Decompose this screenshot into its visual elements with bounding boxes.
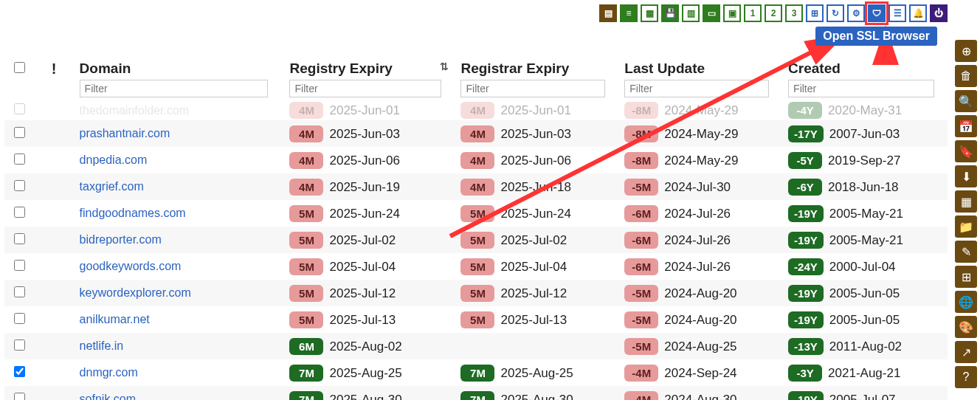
table-row[interactable]: dnpedia.com 4M2025-Jun-064M2025-Jun-06-8… xyxy=(4,147,948,173)
domain-link[interactable]: sofnik.com xyxy=(80,393,136,400)
domain-link[interactable]: taxgrief.com xyxy=(80,180,144,193)
tb-rows[interactable]: ☰ xyxy=(888,4,906,22)
filter-registry[interactable] xyxy=(289,80,441,97)
date-value: 2018-Jun-18 xyxy=(828,180,898,194)
domain-link[interactable]: thedomainfolder.com xyxy=(80,104,190,117)
sb-edit[interactable]: ✎ xyxy=(955,241,977,263)
row-checkbox[interactable] xyxy=(14,207,25,218)
row-checkbox[interactable] xyxy=(14,366,25,377)
tb-card[interactable]: ▭ xyxy=(703,4,720,22)
tb-chart[interactable]: ▥ xyxy=(682,4,700,22)
sb-help[interactable]: ? xyxy=(955,366,977,388)
table-row[interactable]: goodkeywords.com 5M2025-Jul-045M2025-Jul… xyxy=(4,253,948,280)
domain-link[interactable]: anilkumar.net xyxy=(80,313,150,325)
sb-grid[interactable]: ⊞ xyxy=(955,266,977,288)
row-checkbox[interactable] xyxy=(14,233,25,244)
sb-table[interactable]: ▦ xyxy=(955,190,977,213)
tb-save[interactable]: 💾 xyxy=(661,4,679,22)
sb-add[interactable]: ⊕ xyxy=(955,40,977,62)
sb-download[interactable]: ⬇ xyxy=(955,165,977,187)
table-row[interactable]: keywordexplorer.com 5M2025-Jul-125M2025-… xyxy=(4,280,948,306)
age-badge: 5M xyxy=(460,285,494,302)
row-checkbox[interactable] xyxy=(14,180,25,191)
row-checkbox[interactable] xyxy=(14,313,25,324)
tb-alerts[interactable]: 🔔 xyxy=(909,4,927,22)
tb-1[interactable]: 1 xyxy=(744,4,762,22)
table-row[interactable]: bidreporter.com 5M2025-Jul-025M2025-Jul-… xyxy=(4,227,948,253)
domain-link[interactable]: keywordexplorer.com xyxy=(80,286,191,299)
table-row[interactable]: netlife.in 6M2025-Aug-02-5M2024-Aug-25-1… xyxy=(4,333,948,359)
date-value: 2025-Aug-30 xyxy=(329,393,401,401)
domain-link[interactable]: netlife.in xyxy=(80,339,124,352)
sb-globe[interactable]: 🌐 xyxy=(955,291,977,313)
header-created-label: Created xyxy=(788,61,841,76)
header-alert[interactable]: ! xyxy=(35,56,74,100)
date-value: 2005-Jun-05 xyxy=(829,286,900,300)
tb-panel[interactable]: ▣ xyxy=(723,4,741,22)
age-badge: 5M xyxy=(289,205,323,222)
sb-bookmark[interactable]: 🔖 xyxy=(955,140,977,162)
table-row[interactable]: prashantnair.com 4M2025-Jun-034M2025-Jun… xyxy=(4,120,948,147)
age-badge: -13Y xyxy=(788,338,824,355)
row-checkbox[interactable] xyxy=(14,103,25,114)
sb-export[interactable]: ↗ xyxy=(955,341,977,363)
filter-created[interactable] xyxy=(788,80,934,97)
age-badge: -4Y xyxy=(788,102,822,119)
sb-delete[interactable]: 🗑 xyxy=(955,65,977,87)
row-checkbox[interactable] xyxy=(14,127,25,138)
row-checkbox[interactable] xyxy=(14,393,25,401)
tb-refresh[interactable]: ↻ xyxy=(827,4,844,22)
tb-settings[interactable]: ⚙ xyxy=(847,4,865,22)
age-badge: 6M xyxy=(289,338,323,355)
row-checkbox[interactable] xyxy=(14,260,25,271)
table-row[interactable]: anilkumar.net 5M2025-Jul-135M2025-Jul-13… xyxy=(4,306,948,333)
domain-link[interactable]: prashantnair.com xyxy=(80,127,170,139)
filter-domain[interactable] xyxy=(80,80,268,97)
filter-last[interactable] xyxy=(624,80,769,97)
header-last-update[interactable]: Last Update xyxy=(618,56,782,100)
age-badge: 5M xyxy=(460,311,494,328)
date-value: 2024-May-29 xyxy=(664,127,738,141)
tb-2[interactable]: 2 xyxy=(765,4,782,22)
table-row[interactable]: sofnik.com 7M2025-Aug-307M2025-Aug-30-4M… xyxy=(4,386,948,400)
date-value: 2021-Aug-21 xyxy=(828,366,900,380)
header-registrar-expiry[interactable]: Registrar Expiry xyxy=(455,56,618,100)
date-value: 2005-Jun-05 xyxy=(829,313,900,327)
header-registry-expiry[interactable]: Registry Expiry ⇅ xyxy=(283,56,455,100)
age-badge: 4M xyxy=(460,152,494,169)
tb-cal[interactable]: ▤ xyxy=(599,4,617,22)
domain-link[interactable]: findgoodnames.com xyxy=(80,207,186,219)
table-row[interactable]: thedomainfolder.com 4M2025-Jun-014M2025-… xyxy=(4,100,948,120)
tb-3[interactable]: 3 xyxy=(785,4,803,22)
date-value: 2020-May-31 xyxy=(828,103,902,117)
tb-list1[interactable]: ≡ xyxy=(620,4,638,22)
sb-search[interactable]: 🔍 xyxy=(955,90,977,112)
select-all-checkbox[interactable] xyxy=(14,62,25,73)
table-row[interactable]: dnmgr.com 7M2025-Aug-257M2025-Aug-25-4M2… xyxy=(4,359,948,386)
domain-link[interactable]: goodkeywords.com xyxy=(80,260,182,272)
row-checkbox[interactable] xyxy=(14,154,25,165)
domain-link[interactable]: dnpedia.com xyxy=(80,154,148,166)
row-checkbox[interactable] xyxy=(14,339,25,351)
header-domain[interactable]: Domain xyxy=(74,56,284,100)
sb-palette[interactable]: 🎨 xyxy=(955,316,977,338)
header-created[interactable]: Created xyxy=(782,56,948,100)
date-value: 2025-Jun-24 xyxy=(329,207,399,221)
age-badge: -5M xyxy=(624,311,658,328)
header-select-all[interactable] xyxy=(4,56,35,100)
domain-link[interactable]: bidreporter.com xyxy=(80,233,162,246)
tb-grid[interactable]: ▦ xyxy=(641,4,658,22)
sb-folder[interactable]: 📁 xyxy=(955,215,977,238)
sort-icon[interactable]: ⇅ xyxy=(440,61,449,72)
date-value: 2024-Aug-20 xyxy=(664,313,736,327)
tb-power[interactable]: ⏻ xyxy=(930,4,948,22)
table-row[interactable]: taxgrief.com 4M2025-Jun-194M2025-Jun-18-… xyxy=(4,173,948,200)
domain-link[interactable]: dnmgr.com xyxy=(80,366,138,379)
age-badge: 5M xyxy=(460,258,494,275)
tb-ssl[interactable]: 🛡 xyxy=(868,4,886,22)
filter-registrar[interactable] xyxy=(460,80,605,97)
sb-calendar[interactable]: 📅 xyxy=(955,115,977,137)
tb-cols[interactable]: ⊞ xyxy=(806,4,824,22)
table-row[interactable]: findgoodnames.com 5M2025-Jun-245M2025-Ju… xyxy=(4,200,948,227)
row-checkbox[interactable] xyxy=(14,286,25,297)
